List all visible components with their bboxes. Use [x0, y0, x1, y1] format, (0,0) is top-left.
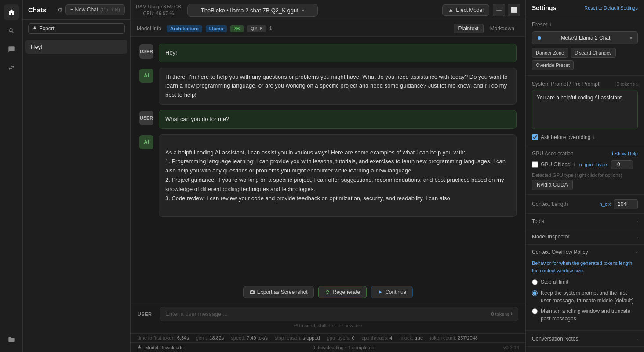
model-downloads-button[interactable]: Model Downloads	[137, 345, 183, 350]
delete-message-icon[interactable]: 🗑	[504, 138, 513, 148]
quant-value: Q2_K	[251, 26, 263, 31]
gpu-offload-checkbox[interactable]	[532, 161, 538, 168]
format-tab-plaintext[interactable]: Plaintext	[454, 24, 484, 33]
input-hint: ⏎ to send, shift + ↵ for new line	[138, 321, 518, 330]
messages-area: USER Hey! ⧉ ✎ 🗑 AI Hi there! I'm here to…	[131, 37, 525, 282]
speed-label: speed:	[231, 335, 245, 341]
discard-changes-button[interactable]: Discard Changes	[571, 48, 615, 58]
new-chat-button[interactable]: + New Chat (Ctrl + N)	[65, 4, 125, 15]
chat-delete-icon[interactable]	[117, 44, 122, 50]
ram-value: 3.59 GB	[163, 4, 181, 9]
copy-message-icon[interactable]: ⧉	[483, 72, 491, 82]
gpu-accel-label: GPU Acceleration	[532, 150, 574, 157]
danger-zone-button[interactable]: Danger Zone	[532, 48, 568, 58]
tools-collapsible[interactable]: Tools ›	[526, 214, 644, 229]
conversation-notes-chevron-icon: ›	[636, 336, 638, 341]
gpu-offload-info-icon[interactable]: ℹ	[573, 162, 575, 168]
chats-settings-icon[interactable]: ⚙	[58, 7, 63, 13]
edit-message-icon[interactable]: ✎	[493, 114, 501, 124]
copy-message-icon[interactable]: ⧉	[483, 114, 491, 124]
gpu-offload-input[interactable]	[611, 160, 633, 169]
edit-message-icon[interactable]: ✎	[493, 138, 501, 148]
sidebar-icon-folder[interactable]	[4, 332, 19, 348]
stop-at-limit-label: Stop at limit	[541, 279, 568, 286]
eject-button[interactable]: Eject Model	[442, 4, 489, 16]
gpu-header: GPU Acceleration ℹ Show Help	[532, 150, 638, 157]
continue-button[interactable]: Continue	[371, 286, 413, 298]
delete-message-icon[interactable]: 🗑	[504, 72, 513, 82]
conversation-notes-collapsible[interactable]: Conversation Notes ›	[526, 331, 644, 346]
stop-at-limit-radio[interactable]	[532, 279, 538, 285]
mlock-label: mlock:	[399, 335, 413, 341]
stop-label: stop reason:	[275, 335, 302, 341]
export-button[interactable]: Export	[28, 23, 125, 34]
show-help-button[interactable]: ℹ Show Help	[611, 151, 638, 157]
delete-message-icon[interactable]: 🗑	[504, 114, 513, 124]
model-inspector-collapsible[interactable]: Model Inspector ›	[526, 229, 644, 244]
screenshot-icon	[250, 290, 255, 295]
copy-message-icon[interactable]: ⧉	[483, 48, 491, 58]
status-stop: stop reason: stopped	[275, 335, 320, 341]
system-prompt-label: System Prompt / Pre-Prompt 9 tokens ℹ	[532, 81, 638, 87]
token-count: 0 tokens ℹ	[491, 311, 513, 317]
main-chat: RAM Usage 3.59 GB CPU: 46.97 % TheBloke …	[131, 0, 525, 352]
ask-override-checkbox[interactable]	[532, 134, 538, 140]
gen-t-value: 18.82s	[209, 335, 224, 341]
token-info-icon[interactable]: ℹ	[511, 311, 513, 317]
chats-panel: Chats ⚙ + New Chat (Ctrl + N) Export Hey…	[23, 0, 131, 352]
export-screenshot-button[interactable]: Export as Screenshot	[243, 286, 314, 298]
rolling-window-option[interactable]: Maintain a rolling window and truncate p…	[532, 308, 638, 323]
bottom-bar: Model Downloads 0 downloading • 1 comple…	[131, 342, 525, 352]
gpu-badge: Nvidia CUDA	[532, 180, 573, 190]
preset-section: Preset ℹ MetaAI Llama 2 Chat ▾ Danger Zo…	[526, 16, 644, 76]
download-icon	[137, 345, 142, 350]
message-content: What can you do for me? ⧉ ✎ 🗑	[159, 110, 517, 129]
input-row: USER 0 tokens ℹ	[138, 307, 518, 321]
context-length-input[interactable]	[614, 199, 638, 209]
status-mlock: mlock: true	[399, 335, 423, 341]
message-input[interactable]	[165, 311, 491, 317]
message-content: Hey! ⧉ ✎ 🗑	[159, 44, 517, 62]
model-info-icon[interactable]: ℹ	[270, 26, 272, 31]
input-area: USER 0 tokens ℹ ⏎ to send, shift + ↵ for…	[131, 303, 525, 333]
token-info-icon[interactable]: ℹ	[636, 81, 638, 87]
time-first-value: 6.34s	[177, 335, 189, 341]
sidebar-icon-arrows[interactable]	[4, 60, 19, 76]
message-bubble-ai: Hi there! I'm here to help you with any …	[159, 68, 517, 105]
window-minimize-button[interactable]: —	[493, 4, 505, 16]
sidebar-icon-home[interactable]	[4, 4, 19, 20]
sidebar-icon-chat[interactable]	[4, 41, 19, 57]
format-tab-markdown[interactable]: Markdown	[485, 24, 519, 33]
export-screenshot-label: Export as Screenshot	[257, 289, 308, 295]
preset-info-icon[interactable]: ℹ	[549, 22, 551, 28]
time-first-label: time to first token:	[138, 335, 176, 341]
context-overflow-collapsible[interactable]: Context Overflow Policy ›	[526, 245, 644, 260]
regenerate-label: Regenerate	[332, 289, 360, 295]
model-selector[interactable]: TheBloke • llama 2 chat 7B Q2_K gguf ▾	[187, 4, 318, 17]
chat-copy-icon[interactable]	[103, 44, 108, 50]
edit-message-icon[interactable]: ✎	[493, 48, 501, 58]
chats-title: Chats	[28, 6, 55, 14]
system-prompt-token-badge: 9 tokens ℹ	[616, 81, 638, 87]
keep-system-prompt-radio[interactable]	[532, 290, 538, 296]
system-prompt-textarea[interactable]: You are a helpful coding AI assistant.	[532, 90, 638, 129]
keep-system-prompt-option[interactable]: Keep the system prompt and the first use…	[532, 290, 638, 304]
rolling-window-radio[interactable]	[532, 308, 538, 314]
overflow-policy: Behavior for when the generated tokens l…	[526, 260, 644, 331]
stop-at-limit-option[interactable]: Stop at limit	[532, 279, 638, 286]
system-prompt-label-text: System Prompt / Pre-Prompt	[532, 81, 599, 87]
overflow-desc: Behavior for when the generated tokens l…	[532, 260, 638, 274]
override-preset-button[interactable]: Override Preset	[532, 60, 574, 70]
regenerate-button[interactable]: Regenerate	[318, 286, 367, 298]
reset-defaults-button[interactable]: Reset to Default Settings	[584, 5, 638, 11]
download-status: 0 downloading • 1 completed	[313, 345, 375, 350]
window-maximize-button[interactable]: ⬜	[508, 4, 520, 16]
chat-edit-icon[interactable]	[110, 44, 115, 50]
preset-selector[interactable]: MetaAI Llama 2 Chat ▾	[532, 31, 638, 44]
ask-override-info-icon[interactable]: ℹ	[593, 135, 595, 140]
edit-message-icon[interactable]: ✎	[493, 72, 501, 82]
delete-message-icon[interactable]: 🗑	[504, 48, 513, 58]
sidebar-icon-search[interactable]	[4, 23, 19, 39]
copy-message-icon[interactable]: ⧉	[483, 138, 491, 148]
chat-item[interactable]: Hey!	[25, 40, 127, 54]
